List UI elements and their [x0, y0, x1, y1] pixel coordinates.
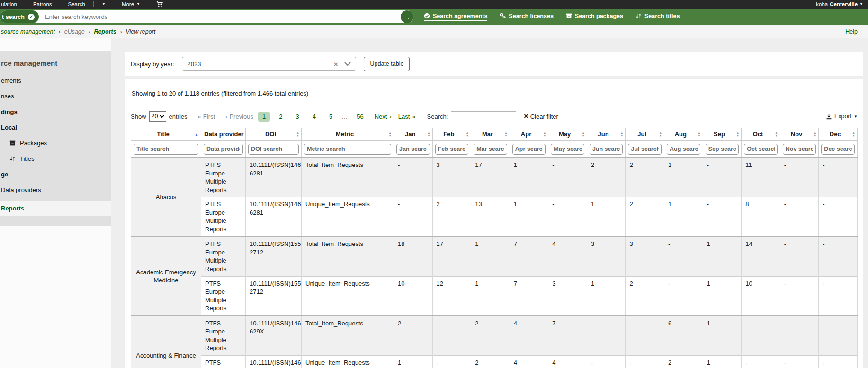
column-header-mar-label: Mar	[482, 131, 493, 138]
search-packages-label: Search packages	[575, 13, 623, 19]
data-provider-filter-input[interactable]	[204, 144, 243, 155]
sidebar-item-data-providers[interactable]: Data providers	[0, 182, 111, 198]
clear-filter-button[interactable]: ×Clear filter	[524, 113, 558, 120]
search-packages-link[interactable]: Search packages	[566, 13, 623, 21]
may-filter-input[interactable]	[551, 144, 584, 155]
breadcrumb-eusage[interactable]: eUsage	[64, 28, 85, 35]
sort-icons: ▲▼	[466, 131, 469, 137]
pagination-page-56[interactable]: 56	[352, 112, 367, 122]
report-table-card: Showing 1 to 20 of 1,118 entries (filter…	[125, 79, 863, 368]
column-header-data-provider[interactable]: Data provider▲▼	[201, 128, 246, 141]
column-header-jul[interactable]: Jul▲▼	[626, 128, 664, 141]
column-header-doi[interactable]: DOI▲▼	[246, 128, 302, 141]
sep-filter-input[interactable]	[706, 144, 739, 155]
column-header-jan[interactable]: Jan▲▼	[394, 128, 433, 141]
nav-item-circulation[interactable]: ulation	[0, 1, 25, 7]
mar-filter-input[interactable]	[474, 144, 507, 155]
pagination-page-1[interactable]: 1	[258, 112, 270, 122]
entries-select[interactable]: 20	[149, 111, 166, 122]
pagination-last[interactable]: Last»	[398, 113, 416, 120]
sidebar-item-eusage[interactable]: ge	[0, 166, 111, 182]
search-submit-button[interactable]: →	[401, 10, 413, 23]
search-licenses-link[interactable]: Search licenses	[500, 13, 554, 21]
table-row: Abacus PTFS Europe Multiple Reports 10.1…	[131, 158, 858, 197]
nav-item-patrons[interactable]: Patrons	[25, 1, 60, 7]
sort-icons: ▲▼	[543, 131, 546, 137]
column-header-sep-label: Sep	[714, 131, 725, 138]
oct-filter-input[interactable]	[744, 144, 778, 155]
nav-menu: ulation Patrons Search ▼ More▼	[0, 0, 171, 9]
column-header-nov[interactable]: Nov▲▼	[780, 128, 819, 141]
pagination-previous[interactable]: ‹Previous	[225, 113, 253, 120]
pagination-page-2[interactable]: 2	[275, 112, 286, 122]
sidebar-item-titles[interactable]: Titles	[0, 151, 111, 166]
month-value-cell: 1	[703, 237, 742, 276]
search-licenses-label: Search licenses	[509, 13, 554, 19]
month-value-cell: 1	[587, 197, 626, 237]
dec-filter-input[interactable]	[821, 144, 855, 155]
pagination-page-3[interactable]: 3	[291, 112, 303, 122]
search-agreements-link[interactable]: Search agreements	[424, 13, 487, 21]
month-value-cell: 3	[432, 158, 471, 197]
jun-filter-input[interactable]	[590, 144, 623, 155]
sidebar-item-local[interactable]: Local	[0, 120, 111, 135]
month-value-cell: 1	[664, 158, 703, 197]
sort-icons: ▲▼	[814, 131, 816, 137]
search-dropdown-toggle[interactable]: ▼	[94, 2, 114, 6]
column-header-sep[interactable]: Sep▲▼	[703, 128, 742, 141]
column-header-title[interactable]: Title▲	[131, 128, 201, 141]
apr-filter-input[interactable]	[512, 144, 546, 155]
metric-cell: Total_Item_Requests	[302, 316, 394, 356]
pagination-previous-label: Previous	[229, 113, 253, 120]
doi-filter-input[interactable]	[248, 144, 299, 155]
nav-item-search[interactable]: Search	[60, 1, 93, 7]
column-header-jun[interactable]: Jun▲▼	[587, 128, 626, 141]
title-filter-input[interactable]	[134, 144, 198, 155]
breadcrumb-reports[interactable]: Reports	[94, 28, 116, 35]
month-value-cell: -	[742, 355, 780, 368]
nov-filter-input[interactable]	[783, 144, 816, 155]
sort-icons: ▲▼	[389, 131, 392, 137]
metric-filter-input[interactable]	[304, 144, 391, 155]
sidebar-heading: rce management	[0, 56, 111, 73]
chevron-down-icon[interactable]	[344, 62, 351, 66]
year-select[interactable]: 2023 ×	[182, 57, 356, 71]
sidebar-item-reports[interactable]: Reports	[0, 201, 111, 216]
help-link[interactable]: Help	[845, 28, 858, 35]
export-button[interactable]: Export ▼	[826, 113, 858, 120]
search-scope-toggle[interactable]: t search ✓	[0, 10, 39, 23]
pagination-page-5[interactable]: 5	[325, 112, 337, 122]
jul-filter-input[interactable]	[628, 144, 662, 155]
sidebar-item-agreements[interactable]: ements	[0, 73, 111, 88]
column-header-dec[interactable]: Dec▲▼	[819, 128, 858, 141]
pagination-page-4[interactable]: 4	[308, 112, 320, 122]
column-header-mar[interactable]: Mar▲▼	[471, 128, 510, 141]
user-menu[interactable]: koha Centerville ▼	[816, 1, 863, 7]
feb-filter-input[interactable]	[435, 144, 469, 155]
search-input[interactable]	[39, 13, 401, 20]
aug-filter-input[interactable]	[667, 144, 700, 155]
key-icon	[500, 13, 506, 19]
clear-icon[interactable]: ×	[334, 61, 338, 68]
pagination-next[interactable]: Next›	[375, 113, 392, 120]
update-table-button[interactable]: Update table	[364, 57, 410, 71]
sidebar-item-eholdings[interactable]: dings	[0, 104, 111, 120]
column-header-metric[interactable]: Metric▲▼	[302, 128, 394, 141]
sidebar-item-packages[interactable]: Packages	[0, 135, 111, 151]
jan-filter-input[interactable]	[396, 144, 430, 155]
sidebar-item-licenses[interactable]: nses	[0, 88, 111, 104]
column-header-may[interactable]: May▲▼	[548, 128, 587, 141]
breadcrumb-eresource-management[interactable]: source management	[1, 28, 55, 35]
nav-item-more[interactable]: More▼	[114, 1, 148, 7]
column-header-oct[interactable]: Oct▲▼	[742, 128, 780, 141]
sort-icons: ▲▼	[659, 131, 662, 137]
search-titles-link[interactable]: Search titles	[635, 13, 680, 21]
month-value-cell: 3	[548, 276, 587, 316]
column-header-feb[interactable]: Feb▲▼	[432, 128, 471, 141]
pagination-first[interactable]: «First	[198, 113, 215, 120]
cart-button[interactable]	[148, 1, 171, 8]
table-search-input[interactable]	[451, 111, 516, 122]
column-header-apr[interactable]: Apr▲▼	[510, 128, 548, 141]
column-header-aug[interactable]: Aug▲▼	[664, 128, 703, 141]
column-header-oct-label: Oct	[753, 131, 763, 138]
